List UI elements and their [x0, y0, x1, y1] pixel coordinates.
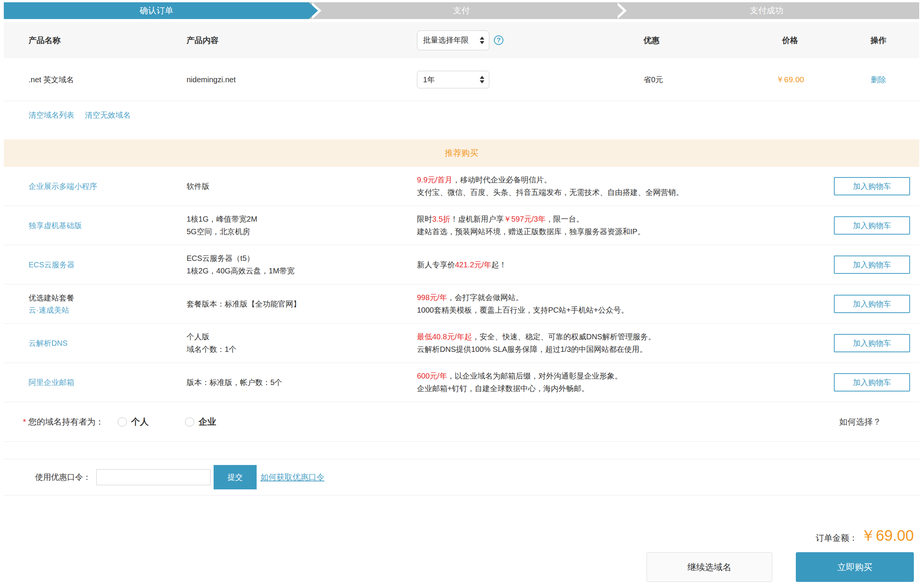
cart-button-cell: 加入购物车 — [834, 256, 919, 274]
product-content-line: 域名个数：1个 — [187, 343, 417, 356]
radio-personal[interactable] — [118, 417, 127, 427]
product-desc-cell: 新人专享价421.2元/年起！ — [417, 253, 834, 276]
product-desc-line: 建站首选，预装网站环境，赠送正版数据库，独享服务器资源和IP。 — [417, 225, 834, 238]
desc-text: 1000套精美模板，覆盖上百行业，支持PC站+手机站+公众号。 — [417, 306, 629, 314]
cart-button-cell: 加入购物车 — [834, 177, 919, 195]
desc-text: ！虚机新用户享 — [450, 215, 504, 223]
domain-product-name: .net 英文域名 — [29, 75, 187, 85]
recommend-row: 优选建站套餐云·速成美站套餐版本：标准版【全功能官网】998元/年，会打字就会做… — [4, 284, 919, 324]
product-desc-line: 限时3.5折！虚机新用户享￥597元/3年，限一台。 — [417, 213, 834, 225]
desc-text: 建站首选，预装网站环境，赠送正版数据库，独享服务器资源和IP。 — [417, 227, 645, 236]
product-desc-cell: 600元/年，以企业域名为邮箱后缀，对外沟通彰显企业形象。企业邮箱+钉钉，自建全… — [417, 365, 834, 400]
step-1: 确认订单 — [4, 2, 309, 19]
select-stepper-icon — [480, 36, 484, 44]
desc-text: 起！ — [491, 261, 507, 269]
add-to-cart-button[interactable]: 加入购物车 — [834, 334, 910, 352]
product-link[interactable]: 企业展示多端小程序 — [29, 180, 187, 192]
recommend-row: 企业展示多端小程序软件版9.9元/首月，移动时代企业必备明信片。支付宝、微信、百… — [4, 167, 919, 206]
product-content-cell: 套餐版本：标准版【全功能官网】 — [187, 298, 417, 310]
clear-link-2[interactable]: 清空无效域名 — [85, 110, 131, 120]
product-link[interactable]: 阿里企业邮箱 — [29, 376, 187, 388]
product-desc-line: 600元/年，以企业域名为邮箱后缀，对外沟通彰显企业形象。 — [417, 370, 834, 382]
clear-links-row: 清空域名列表清空无效域名 — [4, 101, 919, 129]
price-highlight: 600元/年 — [417, 372, 447, 380]
product-link[interactable]: 独享虚机基础版 — [29, 219, 187, 232]
product-content-line: 套餐版本：标准版【全功能官网】 — [187, 298, 417, 310]
question-circle-icon[interactable]: ? — [494, 35, 503, 45]
coupon-input[interactable] — [96, 469, 210, 485]
product-name-cell: ECS云服务器 — [29, 259, 187, 271]
how-to-choose-link[interactable]: 如何选择？ — [839, 416, 881, 428]
order-summary: 订单金额：￥69.00 继续选域名 立即购买 我已阅读，理解并接受（域名服务条款… — [4, 525, 919, 588]
order-total-label: 订单金额： — [816, 533, 857, 543]
product-desc-line: 支付宝、微信、百度、头条、抖音五端发布，无需技术、自由搭建、全网营销。 — [417, 186, 834, 199]
product-desc-line: 998元/年，会打字就会做网站。 — [417, 291, 834, 304]
product-content-line: 1核1G，峰值带宽2M — [187, 213, 417, 225]
product-desc-line: 云解析DNS提供100% SLA服务保障，超过1/3的中国网站都在使用。 — [417, 343, 834, 356]
product-content-cell: ECS云服务器（t5）1核2G，40G高效云盘，1M带宽 — [187, 252, 417, 277]
recommend-row: 阿里企业邮箱版本：标准版，帐户数：5个600元/年，以企业域名为邮箱后缀，对外沟… — [4, 363, 919, 402]
product-link[interactable]: ECS云服务器 — [29, 259, 187, 271]
product-content-line: 软件版 — [187, 180, 417, 193]
recommend-row: ECS云服务器ECS云服务器（t5）1核2G，40G高效云盘，1M带宽新人专享价… — [4, 245, 919, 284]
coupon-section: 使用优惠口令： 提交 如何获取优惠口令 — [4, 459, 919, 496]
recommend-row: 云解析DNS个人版域名个数：1个最低40.8元/年起，安全、快速、稳定、可靠的权… — [4, 324, 919, 363]
cart-button-cell: 加入购物车 — [834, 373, 919, 391]
col-header-action: 操作 — [838, 35, 919, 46]
add-to-cart-button[interactable]: 加入购物车 — [834, 256, 910, 274]
product-content-line: 版本：标准版，帐户数：5个 — [187, 376, 417, 389]
delete-link[interactable]: 删除 — [871, 76, 886, 84]
batch-term-select-value: 批量选择年限 — [423, 35, 469, 45]
step-2: 支付 — [309, 2, 614, 19]
buy-now-button[interactable]: 立即购买 — [796, 552, 914, 582]
discount-value: 省0元 — [644, 75, 742, 85]
add-to-cart-button[interactable]: 加入购物车 — [834, 177, 910, 195]
coupon-label: 使用优惠口令： — [35, 472, 91, 483]
product-content-cell: 版本：标准版，帐户数：5个 — [187, 376, 417, 389]
radio-enterprise[interactable] — [185, 417, 194, 427]
col-header-product-name: 产品名称 — [29, 35, 187, 46]
product-name-cell: 云解析DNS — [29, 337, 187, 349]
product-name: 优选建站套餐 — [29, 292, 187, 304]
desc-text: ，安全、快速、稳定、可靠的权威DNS解析管理服务。 — [472, 332, 655, 341]
product-content-line: ECS云服务器（t5） — [187, 252, 417, 264]
batch-term-select[interactable]: 批量选择年限 — [417, 30, 489, 50]
product-content-line: 个人版 — [187, 330, 417, 343]
product-name-cell: 优选建站套餐云·速成美站 — [29, 292, 187, 316]
product-desc-cell: 限时3.5折！虚机新用户享￥597元/3年，限一台。建站首选，预装网站环境，赠送… — [417, 207, 834, 243]
domain-order-row: .net 英文域名 nidemingzi.net 1年 省0元 ￥69.00 删… — [4, 58, 919, 101]
product-link[interactable]: 云·速成美站 — [29, 304, 187, 316]
product-desc-cell: 最低40.8元/年起，安全、快速、稳定、可靠的权威DNS解析管理服务。云解析DN… — [417, 325, 834, 361]
price-highlight: 3.5折 — [432, 215, 450, 223]
price-value: ￥69.00 — [742, 74, 838, 85]
term-select-value: 1年 — [423, 75, 435, 85]
add-to-cart-button[interactable]: 加入购物车 — [834, 216, 910, 235]
product-name-cell: 阿里企业邮箱 — [29, 376, 187, 388]
product-desc-line: 1000套精美模板，覆盖上百行业，支持PC站+手机站+公众号。 — [417, 304, 834, 317]
product-link[interactable]: 云解析DNS — [29, 337, 187, 349]
price-highlight: ￥597元/3年 — [504, 215, 546, 223]
clear-link-1[interactable]: 清空域名列表 — [29, 110, 74, 120]
product-name-cell: 企业展示多端小程序 — [29, 180, 187, 192]
holder-label: 您的域名持有者为： — [29, 416, 104, 428]
product-desc-line: 最低40.8元/年起，安全、快速、稳定、可靠的权威DNS解析管理服务。 — [417, 330, 834, 343]
desc-text: ，会打字就会做网站。 — [447, 293, 523, 302]
desc-text: 云解析DNS提供100% SLA服务保障，超过1/3的中国网站都在使用。 — [417, 345, 647, 353]
add-to-cart-button[interactable]: 加入购物车 — [834, 295, 910, 313]
product-content-cell: 软件版 — [187, 180, 417, 193]
desc-text: 企业邮箱+钉钉，自建全球数据中心，海内外畅邮。 — [417, 384, 589, 393]
term-select[interactable]: 1年 — [417, 71, 489, 88]
product-content-cell: 个人版域名个数：1个 — [187, 330, 417, 356]
coupon-submit-button[interactable]: 提交 — [214, 465, 257, 489]
recommend-row: 独享虚机基础版1核1G，峰值带宽2M5G空间，北京机房限时3.5折！虚机新用户享… — [4, 206, 919, 245]
domain-holder-section: * 您的域名持有者为： 个人 企业 如何选择？ — [4, 402, 919, 442]
continue-select-domain-button[interactable]: 继续选域名 — [647, 552, 772, 582]
product-desc-line: 新人专享价421.2元/年起！ — [417, 259, 834, 271]
step-3: 支付成功 — [614, 2, 919, 19]
desc-text: 新人专享价 — [417, 261, 455, 269]
cart-button-cell: 加入购物车 — [834, 334, 919, 352]
col-header-product-content: 产品内容 — [187, 35, 417, 46]
product-desc-cell: 9.9元/首月，移动时代企业必备明信片。支付宝、微信、百度、头条、抖音五端发布，… — [417, 168, 834, 204]
add-to-cart-button[interactable]: 加入购物车 — [834, 373, 910, 391]
coupon-help-link[interactable]: 如何获取优惠口令 — [260, 472, 324, 483]
